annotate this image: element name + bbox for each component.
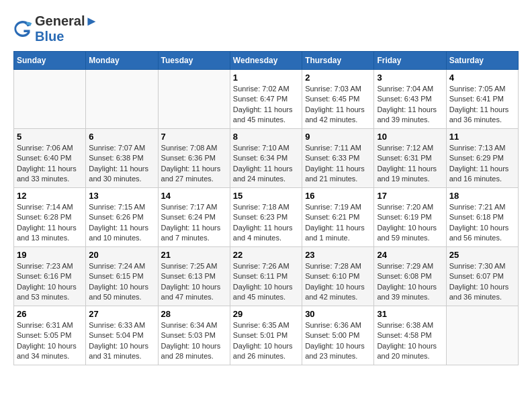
day-number: 7: [161, 132, 227, 142]
day-info: Sunrise: 7:08 AM Sunset: 6:36 PM Dayligh…: [161, 143, 227, 185]
day-info: Sunrise: 7:10 AM Sunset: 6:34 PM Dayligh…: [233, 143, 299, 185]
calendar-cell: 12Sunrise: 7:14 AM Sunset: 6:28 PM Dayli…: [14, 188, 86, 247]
day-info: Sunrise: 6:33 AM Sunset: 5:04 PM Dayligh…: [89, 320, 154, 362]
calendar-cell: 7Sunrise: 7:08 AM Sunset: 6:36 PM Daylig…: [158, 129, 230, 188]
logo-icon: [13, 19, 32, 38]
day-info: Sunrise: 7:29 AM Sunset: 6:08 PM Dayligh…: [377, 261, 443, 303]
day-info: Sunrise: 7:26 AM Sunset: 6:11 PM Dayligh…: [233, 261, 299, 303]
day-info: Sunrise: 7:13 AM Sunset: 6:29 PM Dayligh…: [449, 143, 515, 185]
calendar-cell: 25Sunrise: 7:30 AM Sunset: 6:07 PM Dayli…: [446, 247, 518, 306]
day-info: Sunrise: 7:12 AM Sunset: 6:31 PM Dayligh…: [377, 143, 443, 185]
day-number: 12: [17, 191, 83, 201]
day-info: Sunrise: 6:38 AM Sunset: 4:58 PM Dayligh…: [377, 320, 443, 362]
day-info: Sunrise: 7:19 AM Sunset: 6:21 PM Dayligh…: [305, 202, 371, 244]
weekday-header: Tuesday: [158, 52, 230, 70]
calendar-cell: 18Sunrise: 7:21 AM Sunset: 6:18 PM Dayli…: [446, 188, 518, 247]
calendar-cell: 21Sunrise: 7:25 AM Sunset: 6:13 PM Dayli…: [158, 247, 230, 306]
calendar-cell: [446, 306, 518, 365]
calendar-cell: 3Sunrise: 7:04 AM Sunset: 6:43 PM Daylig…: [374, 70, 446, 129]
calendar-cell: 11Sunrise: 7:13 AM Sunset: 6:29 PM Dayli…: [446, 129, 518, 188]
calendar-cell: 23Sunrise: 7:28 AM Sunset: 6:10 PM Dayli…: [302, 247, 374, 306]
day-number: 31: [377, 309, 443, 319]
calendar-cell: 6Sunrise: 7:07 AM Sunset: 6:38 PM Daylig…: [86, 129, 158, 188]
calendar-cell: 26Sunrise: 6:31 AM Sunset: 5:05 PM Dayli…: [14, 306, 86, 365]
weekday-header: Thursday: [302, 52, 374, 70]
weekday-header: Sunday: [14, 52, 86, 70]
day-number: 18: [449, 191, 515, 201]
day-info: Sunrise: 6:35 AM Sunset: 5:01 PM Dayligh…: [233, 320, 299, 362]
week-row: 5Sunrise: 7:06 AM Sunset: 6:40 PM Daylig…: [14, 129, 519, 188]
calendar-cell: 10Sunrise: 7:12 AM Sunset: 6:31 PM Dayli…: [374, 129, 446, 188]
calendar-cell: 24Sunrise: 7:29 AM Sunset: 6:08 PM Dayli…: [374, 247, 446, 306]
day-number: 9: [305, 132, 371, 142]
calendar-cell: 8Sunrise: 7:10 AM Sunset: 6:34 PM Daylig…: [230, 129, 302, 188]
day-number: 23: [305, 250, 371, 260]
calendar-table: SundayMondayTuesdayWednesdayThursdayFrid…: [13, 51, 519, 365]
day-number: 10: [377, 132, 443, 142]
day-info: Sunrise: 7:24 AM Sunset: 6:15 PM Dayligh…: [89, 261, 154, 303]
day-number: 26: [17, 309, 83, 319]
day-info: Sunrise: 7:14 AM Sunset: 6:28 PM Dayligh…: [17, 202, 83, 244]
calendar-cell: [14, 70, 86, 129]
weekday-header: Monday: [86, 52, 158, 70]
day-number: 21: [161, 250, 227, 260]
day-info: Sunrise: 7:18 AM Sunset: 6:23 PM Dayligh…: [233, 202, 299, 244]
week-row: 19Sunrise: 7:23 AM Sunset: 6:16 PM Dayli…: [14, 247, 519, 306]
calendar-cell: 1Sunrise: 7:02 AM Sunset: 6:47 PM Daylig…: [230, 70, 302, 129]
day-number: 3: [377, 73, 443, 83]
day-info: Sunrise: 7:30 AM Sunset: 6:07 PM Dayligh…: [449, 261, 515, 303]
calendar-cell: [86, 70, 158, 129]
day-number: 15: [233, 191, 299, 201]
calendar-cell: 22Sunrise: 7:26 AM Sunset: 6:11 PM Dayli…: [230, 247, 302, 306]
day-info: Sunrise: 7:20 AM Sunset: 6:19 PM Dayligh…: [377, 202, 443, 244]
day-number: 8: [233, 132, 299, 142]
day-number: 6: [89, 132, 154, 142]
calendar-cell: 13Sunrise: 7:15 AM Sunset: 6:26 PM Dayli…: [86, 188, 158, 247]
day-info: Sunrise: 6:31 AM Sunset: 5:05 PM Dayligh…: [17, 320, 83, 362]
day-info: Sunrise: 7:17 AM Sunset: 6:24 PM Dayligh…: [161, 202, 227, 244]
calendar-cell: 31Sunrise: 6:38 AM Sunset: 4:58 PM Dayli…: [374, 306, 446, 365]
day-info: Sunrise: 7:05 AM Sunset: 6:41 PM Dayligh…: [449, 84, 515, 126]
day-info: Sunrise: 6:36 AM Sunset: 5:00 PM Dayligh…: [305, 320, 371, 362]
day-info: Sunrise: 7:03 AM Sunset: 6:45 PM Dayligh…: [305, 84, 371, 126]
weekday-header: Friday: [374, 52, 446, 70]
day-info: Sunrise: 7:04 AM Sunset: 6:43 PM Dayligh…: [377, 84, 443, 126]
calendar-cell: [158, 70, 230, 129]
day-number: 16: [305, 191, 371, 201]
day-info: Sunrise: 7:11 AM Sunset: 6:33 PM Dayligh…: [305, 143, 371, 185]
day-number: 14: [161, 191, 227, 201]
logo: General► Blue: [13, 13, 98, 44]
day-info: Sunrise: 7:23 AM Sunset: 6:16 PM Dayligh…: [17, 261, 83, 303]
day-number: 25: [449, 250, 515, 260]
day-info: Sunrise: 7:07 AM Sunset: 6:38 PM Dayligh…: [89, 143, 154, 185]
day-number: 29: [233, 309, 299, 319]
calendar-cell: 27Sunrise: 6:33 AM Sunset: 5:04 PM Dayli…: [86, 306, 158, 365]
day-number: 17: [377, 191, 443, 201]
calendar-cell: 4Sunrise: 7:05 AM Sunset: 6:41 PM Daylig…: [446, 70, 518, 129]
day-number: 13: [89, 191, 154, 201]
day-info: Sunrise: 7:25 AM Sunset: 6:13 PM Dayligh…: [161, 261, 227, 303]
weekday-header: Wednesday: [230, 52, 302, 70]
day-number: 11: [449, 132, 515, 142]
day-number: 5: [17, 132, 83, 142]
day-info: Sunrise: 7:15 AM Sunset: 6:26 PM Dayligh…: [89, 202, 154, 244]
day-number: 30: [305, 309, 371, 319]
day-number: 28: [161, 309, 227, 319]
week-row: 1Sunrise: 7:02 AM Sunset: 6:47 PM Daylig…: [14, 70, 519, 129]
day-number: 4: [449, 73, 515, 83]
page-header: General► Blue: [13, 13, 519, 44]
calendar-cell: 5Sunrise: 7:06 AM Sunset: 6:40 PM Daylig…: [14, 129, 86, 188]
calendar-cell: 17Sunrise: 7:20 AM Sunset: 6:19 PM Dayli…: [374, 188, 446, 247]
calendar-cell: 2Sunrise: 7:03 AM Sunset: 6:45 PM Daylig…: [302, 70, 374, 129]
day-number: 22: [233, 250, 299, 260]
calendar-cell: 9Sunrise: 7:11 AM Sunset: 6:33 PM Daylig…: [302, 129, 374, 188]
day-info: Sunrise: 7:06 AM Sunset: 6:40 PM Dayligh…: [17, 143, 83, 185]
calendar-cell: 20Sunrise: 7:24 AM Sunset: 6:15 PM Dayli…: [86, 247, 158, 306]
logo-text: General► Blue: [35, 13, 98, 44]
calendar-cell: 14Sunrise: 7:17 AM Sunset: 6:24 PM Dayli…: [158, 188, 230, 247]
day-number: 24: [377, 250, 443, 260]
calendar-cell: 19Sunrise: 7:23 AM Sunset: 6:16 PM Dayli…: [14, 247, 86, 306]
calendar-cell: 16Sunrise: 7:19 AM Sunset: 6:21 PM Dayli…: [302, 188, 374, 247]
day-number: 2: [305, 73, 371, 83]
day-number: 1: [233, 73, 299, 83]
